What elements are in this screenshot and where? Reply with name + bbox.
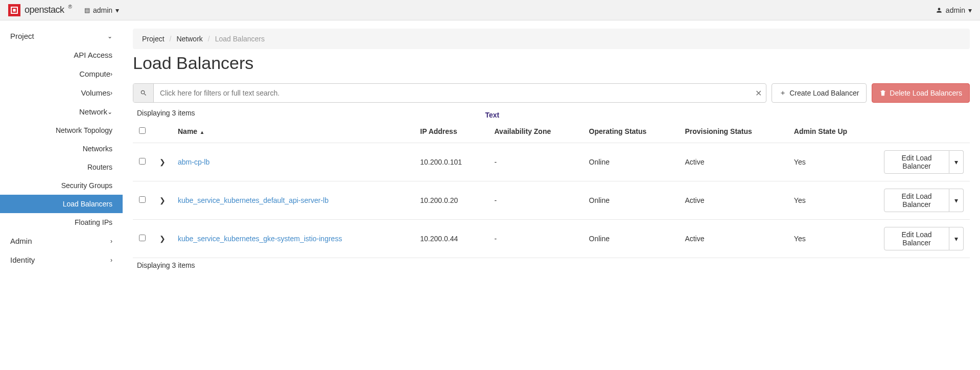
chevron-down-icon: ⌄	[107, 33, 112, 40]
row-checkbox[interactable]	[139, 196, 146, 203]
load-balancer-name-link[interactable]: kube_service_kubernetes_gke-system_istio…	[178, 235, 342, 243]
sidebar-item-routers[interactable]: Routers	[0, 158, 123, 176]
cell-availability-zone: -	[488, 143, 583, 181]
breadcrumb-network[interactable]: Network	[176, 35, 202, 43]
table-row: ❯kube_service_kubernetes_gke-system_isti…	[133, 220, 970, 258]
brand-text: openstack	[25, 5, 64, 15]
sidebar-item-network[interactable]: Network ⌄	[0, 102, 123, 121]
cell-operating-status: Online	[583, 220, 679, 258]
openstack-logo-icon	[8, 4, 20, 16]
project-selector-label: admin	[93, 6, 112, 14]
header-label: Admin State Up	[794, 127, 847, 135]
cell-provisioning-status: Active	[679, 220, 787, 258]
project-icon: ▤	[84, 7, 90, 14]
cell-availability-zone: -	[488, 181, 583, 220]
items-count-bottom: Displaying 3 items	[137, 261, 970, 269]
cell-admin-state: Yes	[788, 143, 878, 181]
row-actions-dropdown[interactable]: ▾	[949, 227, 964, 250]
sidebar-label: Project	[10, 32, 34, 40]
cell-admin-state: Yes	[788, 181, 878, 220]
sidebar-item-compute[interactable]: Compute ›	[0, 64, 123, 83]
header-label: Provisioning Status	[685, 127, 752, 135]
table-row: ❯kube_service_kubernetes_default_api-ser…	[133, 181, 970, 220]
row-actions-dropdown[interactable]: ▾	[949, 150, 964, 174]
cell-availability-zone: -	[488, 220, 583, 258]
edit-load-balancer-button[interactable]: Edit Load Balancer	[884, 189, 949, 212]
user-menu[interactable]: admin ▾	[936, 6, 972, 14]
edit-load-balancer-button[interactable]: Edit Load Balancer	[884, 150, 949, 174]
sort-asc-icon: ▴	[201, 129, 203, 135]
brand[interactable]: openstack®	[8, 4, 72, 16]
breadcrumb-current: Load Balancers	[215, 35, 265, 43]
column-header-operating-status[interactable]: Operating Status	[583, 120, 679, 143]
expand-row-icon[interactable]: ❯	[159, 235, 166, 243]
sidebar-label: Network Topology	[56, 126, 112, 134]
delete-load-balancers-button[interactable]: Delete Load Balancers	[872, 83, 970, 103]
sidebar-label: Networks	[83, 145, 112, 153]
sidebar-item-project[interactable]: Project ⌄	[0, 27, 123, 45]
button-label: Delete Load Balancers	[890, 89, 962, 97]
chevron-right-icon: ›	[110, 238, 112, 245]
header-label: Name	[178, 127, 197, 135]
cell-ip: 10.200.0.20	[414, 181, 488, 220]
cell-admin-state: Yes	[788, 220, 878, 258]
toolbar: ✕ ＋ Create Load Balancer Delete Load Bal…	[133, 83, 970, 103]
column-header-admin-state[interactable]: Admin State Up	[788, 120, 878, 143]
expand-row-icon[interactable]: ❯	[159, 158, 166, 166]
user-menu-label: admin	[946, 6, 965, 14]
trash-icon	[879, 89, 886, 97]
sidebar-item-floating-ips[interactable]: Floating IPs	[0, 213, 123, 232]
header-label: Operating Status	[589, 127, 647, 135]
load-balancer-name-link[interactable]: abm-cp-lb	[178, 158, 209, 166]
sidebar-item-networks[interactable]: Networks	[0, 140, 123, 158]
edit-load-balancer-button[interactable]: Edit Load Balancer	[884, 227, 949, 250]
cell-operating-status: Online	[583, 181, 679, 220]
create-load-balancer-button[interactable]: ＋ Create Load Balancer	[772, 83, 867, 103]
project-selector[interactable]: ▤ admin ▾	[84, 6, 119, 14]
sidebar-item-load-balancers[interactable]: Load Balancers	[0, 195, 123, 213]
select-all-checkbox[interactable]	[139, 127, 146, 134]
breadcrumb-project[interactable]: Project	[142, 35, 165, 43]
column-header-ip[interactable]: IP Address	[414, 120, 488, 143]
load-balancer-name-link[interactable]: kube_service_kubernetes_default_api-serv…	[178, 196, 329, 204]
chevron-right-icon: ›	[110, 71, 112, 78]
user-icon	[936, 6, 943, 14]
row-checkbox[interactable]	[139, 235, 146, 241]
svg-rect-1	[13, 9, 15, 11]
plus-icon: ＋	[779, 88, 786, 98]
sidebar-item-network-topology[interactable]: Network Topology	[0, 121, 123, 140]
header-label: IP Address	[420, 127, 457, 135]
caret-down-icon: ▾	[968, 6, 972, 14]
search-icon[interactable]	[133, 84, 154, 102]
cell-provisioning-status: Active	[679, 143, 787, 181]
sidebar-item-security-groups[interactable]: Security Groups	[0, 176, 123, 195]
row-actions-dropdown[interactable]: ▾	[949, 189, 964, 212]
brand-registered: ®	[68, 4, 72, 10]
table-row: ❯abm-cp-lb10.200.0.101-OnlineActiveYesEd…	[133, 143, 970, 181]
sidebar-label: Admin	[10, 237, 32, 245]
sidebar-label: Identity	[10, 256, 35, 264]
sidebar-label: Compute	[20, 70, 110, 78]
breadcrumb-separator: /	[208, 35, 210, 43]
search-input[interactable]	[154, 84, 751, 102]
top-navbar: openstack® ▤ admin ▾ admin ▾	[0, 0, 980, 20]
search-wrap: ✕	[133, 83, 766, 103]
clear-icon[interactable]: ✕	[751, 84, 766, 102]
sidebar-item-api-access[interactable]: API Access	[0, 45, 123, 64]
column-header-name[interactable]: Name ▴	[172, 120, 414, 143]
sidebar-label: Network	[20, 107, 107, 116]
row-checkbox[interactable]	[139, 158, 146, 165]
expand-row-icon[interactable]: ❯	[159, 196, 166, 204]
breadcrumb-separator: /	[170, 35, 172, 43]
cell-operating-status: Online	[583, 143, 679, 181]
column-header-availability-zone[interactable]: Text Availability Zone	[488, 120, 583, 143]
sidebar: Project ⌄ API Access Compute › Volumes ›…	[0, 20, 123, 283]
caret-down-icon: ▾	[115, 6, 119, 14]
sidebar-item-volumes[interactable]: Volumes ›	[0, 83, 123, 102]
sidebar-item-admin[interactable]: Admin ›	[0, 232, 123, 250]
sidebar-item-identity[interactable]: Identity ›	[0, 250, 123, 269]
sidebar-label: Volumes	[20, 88, 110, 97]
items-count-top: Displaying 3 items	[137, 109, 970, 117]
chevron-right-icon: ›	[110, 89, 112, 97]
column-header-provisioning-status[interactable]: Provisioning Status	[679, 120, 787, 143]
